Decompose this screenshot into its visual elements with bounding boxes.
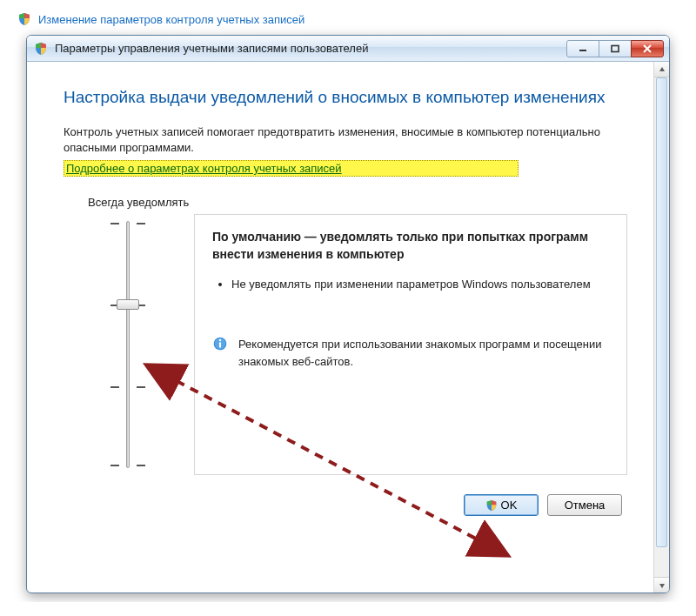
cancel-button[interactable]: Отмена [547,494,622,516]
dialog-footer: OK Отмена [64,494,627,516]
svg-point-7 [219,339,221,341]
change-uac-settings-link[interactable]: Изменение параметров контроля учетных за… [38,13,304,26]
maximize-button[interactable] [599,40,632,57]
intro-text: Контроль учетных записей помогает предот… [64,124,627,157]
slider-thumb[interactable] [117,299,139,310]
recommendation-text: Рекомендуется при использовании знакомых… [238,336,609,370]
uac-settings-window: Параметры управления учетными записями п… [26,35,670,593]
cancel-button-label: Отмена [565,499,606,512]
scroll-track[interactable] [654,77,669,577]
window-title: Параметры управления учетными записями п… [55,42,567,55]
titlebar: Параметры управления учетными записями п… [27,36,669,62]
ok-button[interactable]: OK [464,494,539,516]
vertical-scrollbar[interactable] [653,62,669,593]
page-heading: Настройка выдачи уведомлений о вносимых … [64,86,627,109]
shield-icon [485,499,498,512]
level-description-panel: По умолчанию — уведомлять только при поп… [194,214,627,475]
slider-track [126,221,130,468]
uac-help-link[interactable]: Подробнее о параметрах контроля учетных … [64,161,344,176]
info-icon [212,336,228,352]
ok-button-label: OK [501,499,518,512]
minimize-button[interactable] [566,40,599,57]
level-bullet: Не уведомлять при изменении параметров W… [231,276,609,293]
content-area: Настройка выдачи уведомлений о вносимых … [27,62,653,593]
slider-tick [110,223,145,224]
notification-level-slider[interactable] [88,214,166,475]
always-notify-label: Всегда уведомлять [88,196,627,209]
scroll-thumb[interactable] [656,77,667,547]
slider-tick [110,386,145,388]
slider-tick [110,465,145,466]
window-buttons [567,40,664,57]
scroll-up-button[interactable] [654,62,669,77]
shield-icon [34,42,48,56]
scroll-down-button[interactable] [654,577,669,593]
svg-rect-1 [612,45,619,51]
shield-icon [17,12,31,26]
level-title: По умолчанию — уведомлять только при поп… [212,229,609,263]
svg-rect-6 [219,342,221,347]
close-button[interactable] [631,40,664,57]
highlight-annotation: Подробнее о параметрах контроля учетных … [64,160,519,177]
top-link-row: Изменение параметров контроля учетных за… [9,9,687,35]
